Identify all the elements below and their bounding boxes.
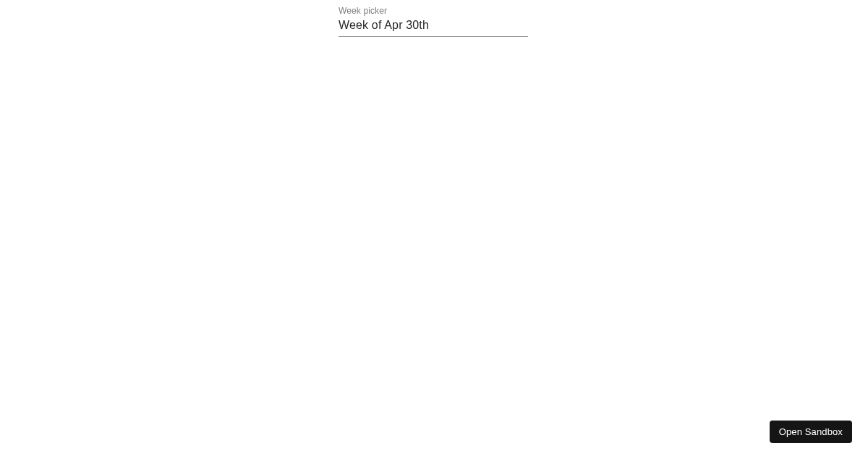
open-sandbox-button[interactable]: Open Sandbox [770, 421, 852, 443]
week-picker-field: Week picker [339, 6, 528, 37]
week-picker-input[interactable] [339, 19, 528, 32]
week-picker-label: Week picker [339, 6, 528, 16]
week-picker-input-wrap[interactable] [339, 19, 528, 37]
